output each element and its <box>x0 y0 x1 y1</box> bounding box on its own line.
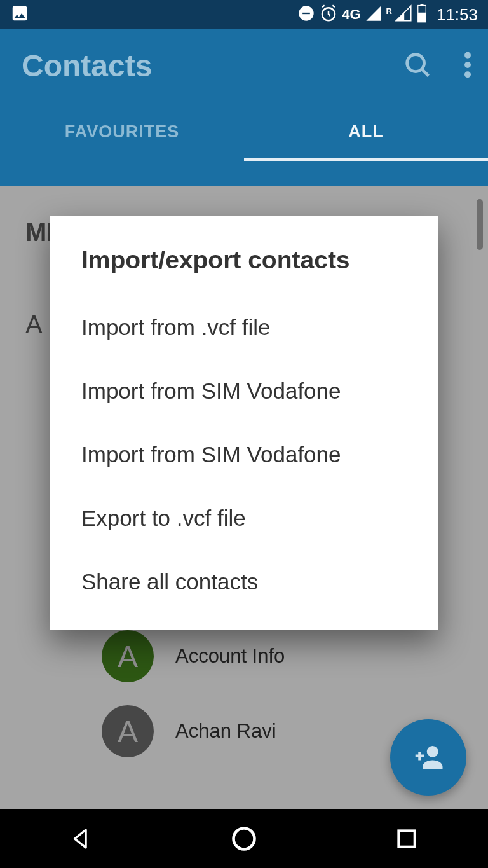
more-icon[interactable] <box>464 50 471 82</box>
app-title: Contacts <box>22 48 152 83</box>
dialog-option-import-sim-1[interactable]: Import from SIM Vodafone <box>50 359 438 423</box>
roaming-indicator: R <box>386 6 392 16</box>
tab-all[interactable]: ALL <box>244 102 488 161</box>
svg-rect-13 <box>418 752 421 761</box>
svg-point-11 <box>427 746 438 757</box>
svg-rect-1 <box>302 13 310 14</box>
picture-icon <box>10 4 29 25</box>
svg-line-7 <box>423 69 429 76</box>
recents-button[interactable] <box>391 823 423 855</box>
app-bar: Contacts FAVOURITES ALL <box>0 29 488 186</box>
svg-point-10 <box>464 71 471 78</box>
scrollbar[interactable] <box>477 199 483 250</box>
import-export-dialog: Import/export contacts Import from .vcf … <box>50 216 438 630</box>
dnd-icon <box>297 4 315 25</box>
dialog-option-export-vcf[interactable]: Export to .vcf file <box>50 486 438 550</box>
dialog-option-import-vcf[interactable]: Import from .vcf file <box>50 296 438 359</box>
dialog-option-share-all[interactable]: Share all contacts <box>50 550 438 614</box>
svg-point-8 <box>464 52 471 58</box>
svg-point-9 <box>464 62 471 68</box>
search-icon[interactable] <box>403 50 432 82</box>
signal-icon-1 <box>365 4 383 25</box>
tab-all-label: ALL <box>348 122 383 142</box>
svg-rect-5 <box>418 13 426 22</box>
alarm-icon <box>319 4 338 25</box>
nav-bar <box>0 809 488 868</box>
svg-point-14 <box>234 829 255 850</box>
status-right: 4G R 11:53 <box>297 4 478 25</box>
dialog-option-import-sim-2[interactable]: Import from SIM Vodafone <box>50 423 438 486</box>
svg-point-6 <box>407 54 424 71</box>
tabs: FAVOURITES ALL <box>0 102 488 161</box>
back-button[interactable] <box>65 823 97 855</box>
tab-favourites[interactable]: FAVOURITES <box>0 102 244 161</box>
add-contact-button[interactable] <box>390 719 466 796</box>
svg-rect-15 <box>398 830 414 846</box>
tab-favourites-label: FAVOURITES <box>65 122 180 142</box>
home-button[interactable] <box>228 823 260 855</box>
status-bar: 4G R 11:53 <box>0 0 488 29</box>
battery-icon <box>416 4 428 25</box>
network-type: 4G <box>342 6 360 23</box>
clock: 11:53 <box>437 5 478 25</box>
status-left <box>10 4 29 25</box>
signal-icon-2 <box>395 4 412 25</box>
dialog-title: Import/export contacts <box>50 216 438 296</box>
